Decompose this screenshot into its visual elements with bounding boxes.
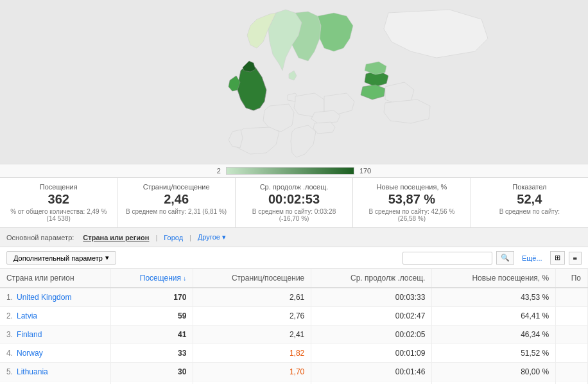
- legend-bar: 2 170: [0, 164, 588, 177]
- more-button[interactable]: Ещё...: [518, 252, 546, 264]
- cell-pages: 2,76: [193, 307, 311, 326]
- cell-extra: [556, 344, 588, 363]
- stat-new-visits-label: Новые посещения, %: [361, 183, 462, 191]
- search-button[interactable]: 🔍: [496, 251, 514, 265]
- stat-new-visits-sub: В среднем по сайту: 42,56 % (26,58 %): [361, 208, 462, 222]
- stat-pages-value: 2,46: [125, 192, 227, 207]
- table-row: 1.United Kingdom1702,6100:03:3343,53 %: [0, 288, 588, 307]
- stat-pages-label: Страниц/посещение: [125, 183, 227, 191]
- cell-extra: [556, 288, 588, 307]
- row-number: 3.: [6, 330, 13, 339]
- cell-visits: 170: [111, 288, 193, 307]
- col-extra: По: [556, 269, 588, 288]
- stats-row: Посещения 362 % от общего количества: 2,…: [0, 177, 588, 228]
- stat-visits-label: Посещения: [8, 183, 109, 191]
- list-icon: ≡: [573, 254, 577, 262]
- legend-min: 2: [217, 167, 221, 175]
- cell-visits: 30: [111, 363, 193, 381]
- stat-visits-value: 362: [8, 192, 109, 207]
- cell-duration: 00:02:05: [311, 326, 432, 344]
- stat-pages-sub: В среднем по сайту: 2,31 (6,81 %): [125, 208, 227, 215]
- cell-duration: 00:01:46: [311, 363, 432, 381]
- cell-pages: 3,00: [193, 381, 311, 385]
- stat-duration-label: Ср. продолж .лосещ.: [243, 183, 345, 191]
- sort-arrow-icon: ↓: [183, 275, 186, 282]
- grid-icon: ⊞: [555, 254, 560, 261]
- row-number: 2.: [6, 311, 13, 320]
- controls-right: 🔍 Ещё... ⊞ ≡: [402, 251, 582, 265]
- additional-param-dropdown[interactable]: Дополнительный параметр ▾: [6, 251, 116, 265]
- view-list-button[interactable]: ≡: [569, 252, 582, 265]
- cell-extra: [556, 326, 588, 344]
- controls-bar: Дополнительный параметр ▾ 🔍 Ещё... ⊞ ≡: [0, 247, 588, 269]
- search-icon: 🔍: [501, 254, 510, 261]
- cell-visits: 41: [111, 326, 193, 344]
- col-duration: Ср. продолж .лосещ.: [311, 269, 432, 288]
- row-number: 1.: [6, 293, 13, 302]
- cell-new-visits: 43,53 %: [432, 288, 556, 307]
- col-country: Страна или регион: [0, 269, 111, 288]
- col-visits[interactable]: Посещения ↓: [111, 269, 193, 288]
- cell-new-visits: 46,34 %: [432, 326, 556, 344]
- map-container: [0, 0, 588, 164]
- search-input[interactable]: [402, 252, 492, 265]
- tab-other[interactable]: Другое ▾: [194, 232, 230, 243]
- stat-extra-value: 52,4: [479, 192, 580, 207]
- tab-city[interactable]: Город: [160, 232, 187, 243]
- stat-duration-sub: В среднем по сайту: 0:03:28 (-16,70 %): [243, 208, 345, 222]
- country-link[interactable]: United Kingdom: [17, 293, 71, 302]
- cell-visits: 59: [111, 307, 193, 326]
- stat-visits: Посещения 362 % от общего количества: 2,…: [0, 178, 117, 227]
- table-row: 6.Estonia173,0000:03:0870,59 %: [0, 381, 588, 385]
- cell-duration: 00:03:33: [311, 288, 432, 307]
- stat-extra-sub: В среднем по сайту:: [479, 208, 580, 215]
- cell-visits: 17: [111, 381, 193, 385]
- cell-new-visits: 80,00 %: [432, 363, 556, 381]
- table-header-row: Страна или регион Посещения ↓ Страниц/по…: [0, 269, 588, 288]
- country-link[interactable]: Finland: [17, 330, 42, 339]
- map-svg: [0, 0, 588, 164]
- country-link[interactable]: Lithuania: [17, 367, 48, 376]
- row-number: 5.: [6, 367, 13, 376]
- cell-pages: 2,41: [193, 326, 311, 344]
- stat-visits-sub: % от общего количества: 2,49 % (14 538): [8, 208, 109, 222]
- cell-extra: [556, 363, 588, 381]
- cell-extra: [556, 381, 588, 385]
- col-new-visits: Новые посещения, %: [432, 269, 556, 288]
- cell-extra: [556, 307, 588, 326]
- legend-max: 170: [359, 167, 371, 175]
- country-link[interactable]: Latvia: [17, 311, 37, 320]
- stat-pages: Страниц/посещение 2,46 В среднем по сайт…: [117, 178, 235, 227]
- tabs-primary-label: Основной параметр:: [6, 234, 74, 241]
- data-table: Страна или регион Посещения ↓ Страниц/по…: [0, 269, 588, 384]
- cell-pages: 1,82: [193, 344, 311, 363]
- stat-new-visits: Новые посещения, % 53,87 % В среднем по …: [353, 178, 471, 227]
- tab-country-region[interactable]: Страна или регион: [79, 232, 153, 243]
- col-pages: Страниц/посещение: [193, 269, 311, 288]
- stat-extra-label: Показател: [479, 183, 580, 191]
- stat-duration-value: 00:02:53: [243, 192, 345, 207]
- cell-pages: 2,61: [193, 288, 311, 307]
- chevron-down-icon: ▾: [105, 254, 109, 262]
- legend-gradient: [226, 167, 354, 175]
- cell-duration: 00:01:09: [311, 344, 432, 363]
- stat-new-visits-value: 53,87 %: [361, 192, 462, 207]
- table-row: 2.Latvia592,7600:02:4764,41 %: [0, 307, 588, 326]
- table-row: 5.Lithuania301,7000:01:4680,00 %: [0, 363, 588, 381]
- cell-new-visits: 51,52 %: [432, 344, 556, 363]
- table-row: 4.Norway331,8200:01:0951,52 %: [0, 344, 588, 363]
- row-number: 4.: [6, 349, 13, 358]
- cell-duration: 00:03:08: [311, 381, 432, 385]
- tabs-bar: Основной параметр: Страна или регион | Г…: [0, 228, 588, 247]
- table-row: 3.Finland412,4100:02:0546,34 %: [0, 326, 588, 344]
- stat-extra: Показател 52,4 В среднем по сайту:: [471, 178, 588, 227]
- cell-new-visits: 70,59 %: [432, 381, 556, 385]
- cell-duration: 00:02:47: [311, 307, 432, 326]
- view-grid-button[interactable]: ⊞: [550, 251, 565, 265]
- cell-visits: 33: [111, 344, 193, 363]
- cell-new-visits: 64,41 %: [432, 307, 556, 326]
- chevron-down-icon: ▾: [222, 233, 226, 241]
- stat-duration: Ср. продолж .лосещ. 00:02:53 В среднем п…: [236, 178, 353, 227]
- cell-pages: 1,70: [193, 363, 311, 381]
- country-link[interactable]: Norway: [17, 349, 43, 358]
